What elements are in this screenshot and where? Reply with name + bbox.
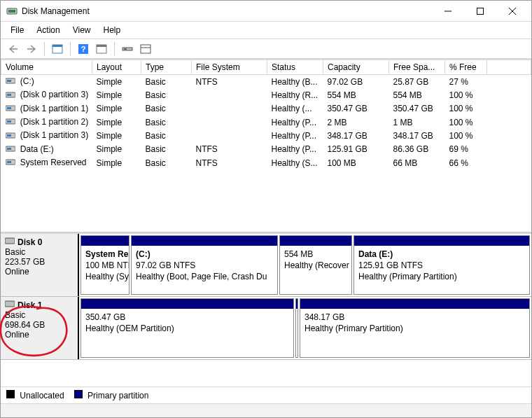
svg-text:?: ? (81, 45, 86, 53)
toolbar-settings-icon[interactable] (93, 41, 110, 57)
legend-unallocated: Unallocated (6, 390, 64, 400)
app-icon (6, 6, 18, 17)
disk-icon (5, 300, 15, 310)
svg-rect-11 (97, 45, 106, 47)
table-row[interactable]: (C:)SimpleBasicNTFSHealthy (B...97.02 GB… (1, 75, 531, 89)
volume-icon (6, 158, 15, 168)
svg-rect-25 (7, 134, 11, 137)
volumes-pane[interactable]: Volume Layout Type File System Status Ca… (1, 60, 531, 233)
toolbar-separator (70, 42, 71, 56)
svg-rect-17 (7, 80, 11, 82)
minimize-button[interactable] (432, 1, 464, 21)
col-volume[interactable]: Volume (1, 60, 92, 75)
svg-rect-23 (7, 120, 11, 123)
disk-info[interactable]: Disk 1Basic698.64 GBOnline (1, 297, 79, 359)
disk-icon (5, 237, 15, 247)
svg-rect-27 (7, 148, 11, 150)
content-area: Volume Layout Type File System Status Ca… (1, 59, 531, 417)
partition-stripe (280, 236, 351, 246)
footer-bar (1, 403, 531, 417)
col-filesystem[interactable]: File System (192, 60, 267, 75)
partition-stripe (81, 236, 129, 246)
col-type[interactable]: Type (141, 60, 192, 75)
volume-icon (6, 76, 15, 87)
titlebar: Disk Management (1, 1, 531, 22)
menu-file[interactable]: File (5, 23, 29, 37)
partition-stripe (132, 236, 277, 246)
disk-row: Disk 1Basic698.64 GBOnline350.47 GBHealt… (1, 297, 531, 360)
partition[interactable]: Data (E:)125.91 GB NTFSHealthy (Primary … (354, 235, 530, 295)
disks-pane: Disk 0Basic223.57 GBOnlineSystem Res100 … (1, 233, 531, 386)
col-empty[interactable] (487, 60, 531, 75)
svg-rect-7 (52, 45, 62, 47)
table-row[interactable]: Data (E:)SimpleBasicNTFSHealthy (P...125… (1, 143, 531, 156)
help-icon[interactable]: ? (75, 41, 92, 57)
table-row[interactable]: (Disk 1 partition 3)SimpleBasicHealthy (… (1, 129, 531, 142)
disks-scroll[interactable]: Disk 0Basic223.57 GBOnlineSystem Res100 … (1, 234, 531, 386)
volume-icon (6, 90, 15, 101)
partition[interactable]: (C:)97.02 GB NTFSHealthy (Boot, Page Fil… (131, 235, 278, 295)
volume-icon (6, 131, 15, 141)
disk-partitions: 350.47 GBHealthy (OEM Partition)348.17 G… (79, 297, 531, 359)
partition[interactable] (295, 298, 298, 358)
partition[interactable]: 554 MBHealthy (Recover (279, 235, 352, 295)
menu-help[interactable]: Help (98, 23, 127, 37)
partition-stripe (300, 299, 529, 309)
col-pctfree[interactable]: % Free (445, 60, 487, 75)
svg-rect-19 (7, 94, 11, 96)
partition[interactable]: 348.17 GBHealthy (Primary Partition) (300, 298, 530, 358)
close-button[interactable] (496, 1, 528, 21)
toolbar-separator (44, 42, 45, 56)
menubar: File Action View Help (1, 22, 531, 39)
toolbar-action-icon[interactable] (119, 41, 136, 57)
disk-partitions: System Res100 MB NTFHealthy (Sy(C:)97.02… (79, 234, 531, 296)
legend: Unallocated Primary partition (1, 386, 531, 403)
window-title: Disk Management (22, 6, 432, 16)
svg-rect-3 (477, 8, 484, 14)
table-row[interactable]: (Disk 0 partition 3)SimpleBasicHealthy (… (1, 88, 531, 102)
col-freespace[interactable]: Free Spa... (389, 60, 445, 75)
swatch-primary (74, 390, 83, 398)
table-header-row: Volume Layout Type File System Status Ca… (1, 60, 531, 75)
disk-info[interactable]: Disk 0Basic223.57 GBOnline (1, 234, 79, 296)
disk-row: Disk 0Basic223.57 GBOnlineSystem Res100 … (1, 234, 531, 297)
svg-rect-14 (141, 45, 150, 53)
col-layout[interactable]: Layout (92, 60, 141, 75)
svg-rect-13 (124, 48, 127, 50)
maximize-button[interactable] (464, 1, 496, 21)
partition-stripe (296, 299, 298, 309)
toolbar-refresh-icon[interactable] (49, 41, 66, 57)
volumes-table: Volume Layout Type File System Status Ca… (1, 60, 531, 169)
swatch-unallocated (6, 390, 15, 398)
table-row[interactable]: System ReservedSimpleBasicNTFSHealthy (S… (1, 156, 531, 169)
svg-rect-31 (5, 301, 15, 307)
partition-stripe (81, 299, 293, 309)
volume-icon (6, 117, 15, 127)
table-row[interactable]: (Disk 1 partition 2)SimpleBasicHealthy (… (1, 116, 531, 129)
svg-rect-21 (7, 107, 11, 109)
svg-rect-29 (7, 161, 11, 163)
legend-primary: Primary partition (74, 390, 149, 400)
partition[interactable]: System Res100 MB NTFHealthy (Sy (80, 235, 130, 295)
svg-rect-1 (8, 10, 15, 13)
forward-button (23, 41, 40, 57)
toolbar-action2-icon[interactable] (137, 41, 154, 57)
menu-view[interactable]: View (67, 23, 97, 37)
volume-icon (6, 104, 15, 114)
toolbar: ? (1, 39, 531, 59)
partition-stripe (354, 236, 529, 246)
partition[interactable]: 350.47 GBHealthy (OEM Partition) (80, 298, 294, 358)
back-button (5, 41, 22, 57)
col-status[interactable]: Status (267, 60, 323, 75)
svg-rect-30 (5, 238, 15, 244)
table-row[interactable]: (Disk 1 partition 1)SimpleBasicHealthy (… (1, 102, 531, 116)
toolbar-separator (114, 42, 115, 56)
col-capacity[interactable]: Capacity (323, 60, 389, 75)
menu-action[interactable]: Action (31, 23, 65, 37)
volume-icon (6, 144, 15, 155)
disk-management-window: Disk Management File Action View Help ? (0, 0, 532, 418)
